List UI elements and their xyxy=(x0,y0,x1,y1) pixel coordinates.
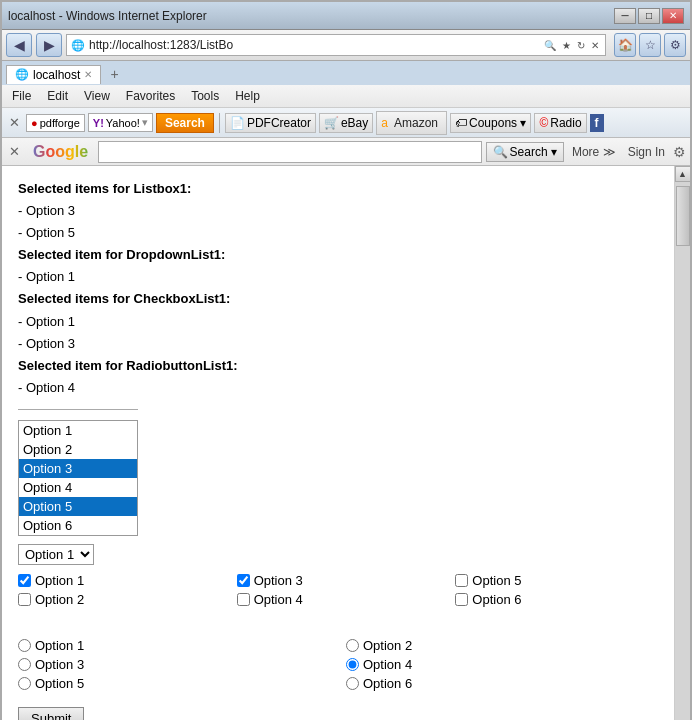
radio-item-4[interactable]: Option 4 xyxy=(346,657,658,672)
pdfforge-button[interactable]: ● pdfforge xyxy=(26,114,85,132)
radio-item-5[interactable]: Option 5 xyxy=(18,676,330,691)
browser-window: localhost - Windows Internet Explorer ─ … xyxy=(0,0,692,720)
content-area: Selected items for Listbox1: - Option 3 … xyxy=(2,166,690,720)
tab-close-icon[interactable]: ✕ xyxy=(84,69,92,80)
forward-button[interactable]: ▶ xyxy=(36,33,62,57)
pdfc-button[interactable]: 📄 PDFCreator xyxy=(225,113,316,133)
toolbar-row-1: ✕ ● pdfforge Y! Yahoo! ▾ Search 📄 PDFCre… xyxy=(2,108,690,138)
google-gear-icon[interactable]: ⚙ xyxy=(673,144,686,160)
checkbox-input-4[interactable] xyxy=(237,593,250,606)
home-button[interactable]: 🏠 xyxy=(614,33,636,57)
addr-fav-icon[interactable]: ★ xyxy=(560,40,573,51)
scrollbar[interactable]: ▲ ▼ xyxy=(674,166,690,720)
listbox-item-4[interactable]: Option 4 xyxy=(19,478,137,497)
addr-stop-icon[interactable]: ✕ xyxy=(589,40,601,51)
checkbox-item-5[interactable]: Option 5 xyxy=(455,573,658,588)
listbox1[interactable]: Option 1 Option 2 Option 3 Option 4 Opti… xyxy=(18,420,138,536)
menu-help[interactable]: Help xyxy=(231,87,264,105)
amazon-label: Amazon xyxy=(390,114,442,132)
radio-item-1[interactable]: Option 1 xyxy=(18,638,330,653)
google-search-label: Search ▾ xyxy=(510,145,557,159)
back-button[interactable]: ◀ xyxy=(6,33,32,57)
checkbox-input-3[interactable] xyxy=(237,574,250,587)
menu-file[interactable]: File xyxy=(8,87,35,105)
listbox-item-5[interactable]: Option 5 xyxy=(19,497,137,516)
pdfc-label: PDFCreator xyxy=(247,116,311,130)
google-more-button[interactable]: More ≫ xyxy=(568,143,620,161)
toolbar2-close-icon[interactable]: ✕ xyxy=(6,144,23,159)
new-tab-button[interactable]: + xyxy=(103,63,125,85)
checkbox-item-6[interactable]: Option 6 xyxy=(455,592,658,607)
radio1-result: - Option 4 xyxy=(18,377,658,399)
google-search-input[interactable] xyxy=(98,141,481,163)
window-controls: ─ □ ✕ xyxy=(614,8,684,24)
checkbox-input-5[interactable] xyxy=(455,574,468,587)
submit-button[interactable]: Submit xyxy=(18,707,84,720)
checkbox1-result-1: - Option 1 xyxy=(18,311,658,333)
addr-search-icon[interactable]: 🔍 xyxy=(542,40,558,51)
radio-item-3[interactable]: Option 3 xyxy=(18,657,330,672)
listbox-item-6[interactable]: Option 6 xyxy=(19,516,137,535)
scroll-track[interactable] xyxy=(675,182,690,720)
dropdown1-header: Selected item for DropdownList1: xyxy=(18,244,658,266)
pdfforge-icon: ● xyxy=(31,117,38,129)
checkbox-input-6[interactable] xyxy=(455,593,468,606)
maximize-button[interactable]: □ xyxy=(638,8,660,24)
scroll-thumb[interactable] xyxy=(676,186,690,246)
listbox-item-3[interactable]: Option 3 xyxy=(19,459,137,478)
radio-input-5[interactable] xyxy=(18,677,31,690)
menu-edit[interactable]: Edit xyxy=(43,87,72,105)
checkbox-item-2[interactable]: Option 2 xyxy=(18,592,221,607)
coupons-button[interactable]: 🏷 Coupons ▾ xyxy=(450,113,531,133)
checkbox-item-4[interactable]: Option 4 xyxy=(237,592,440,607)
radio-input-1[interactable] xyxy=(18,639,31,652)
dropdown-row: Option 1 Option 2 Option 3 Option 4 Opti… xyxy=(18,544,658,565)
radio-input-6[interactable] xyxy=(346,677,359,690)
google-logo: Google xyxy=(27,143,94,161)
addr-refresh-icon[interactable]: ↻ xyxy=(575,40,587,51)
close-button[interactable]: ✕ xyxy=(662,8,684,24)
radio-item-6[interactable]: Option 6 xyxy=(346,676,658,691)
back-icon: ◀ xyxy=(14,37,25,53)
ebay-icon: 🛒 xyxy=(324,116,339,130)
checkbox-input-2[interactable] xyxy=(18,593,31,606)
forward-icon: ▶ xyxy=(44,37,55,53)
menu-tools[interactable]: Tools xyxy=(187,87,223,105)
page-content: Selected items for Listbox1: - Option 3 … xyxy=(2,166,674,720)
active-tab[interactable]: 🌐 localhost ✕ xyxy=(6,65,101,84)
dropdown1[interactable]: Option 1 Option 2 Option 3 Option 4 Opti… xyxy=(18,544,94,565)
coupons-icon: 🏷 xyxy=(455,116,467,130)
radio-input-2[interactable] xyxy=(346,639,359,652)
address-bar[interactable]: 🌐 http://localhost:1283/ListBo 🔍 ★ ↻ ✕ xyxy=(66,34,606,56)
menu-favorites[interactable]: Favorites xyxy=(122,87,179,105)
favorites-button[interactable]: ☆ xyxy=(639,33,661,57)
nav-bar: ◀ ▶ 🌐 http://localhost:1283/ListBo 🔍 ★ ↻… xyxy=(2,30,690,61)
amazon-button[interactable]: a Amazon xyxy=(376,111,447,135)
checkbox-input-1[interactable] xyxy=(18,574,31,587)
radio-input-4[interactable] xyxy=(346,658,359,671)
listbox-item-1[interactable]: Option 1 xyxy=(19,421,137,440)
menu-view[interactable]: View xyxy=(80,87,114,105)
checkbox-item-1[interactable]: Option 1 xyxy=(18,573,221,588)
google-signin-button[interactable]: Sign In xyxy=(624,143,669,161)
listbox-item-2[interactable]: Option 2 xyxy=(19,440,137,459)
radio-input-3[interactable] xyxy=(18,658,31,671)
ebay-button[interactable]: 🛒 eBay xyxy=(319,113,373,133)
minimize-button[interactable]: ─ xyxy=(614,8,636,24)
facebook-button[interactable]: f xyxy=(590,114,604,132)
yahoo-search-button[interactable]: Search xyxy=(156,113,214,133)
yahoo-button[interactable]: Y! Yahoo! ▾ xyxy=(88,113,153,132)
pdfc-icon: 📄 xyxy=(230,116,245,130)
checkbox-item-3[interactable]: Option 3 xyxy=(237,573,440,588)
google-search-button[interactable]: 🔍 Search ▾ xyxy=(486,142,564,162)
radio-grid: Option 1 Option 2 Option 3 Option 4 Opti… xyxy=(18,638,658,691)
checkbox1-header: Selected items for CheckboxList1: xyxy=(18,288,658,310)
radio-item-2[interactable]: Option 2 xyxy=(346,638,658,653)
google-toolbar: ✕ Google 🔍 Search ▾ More ≫ Sign In ⚙ xyxy=(2,138,690,166)
scroll-up-arrow[interactable]: ▲ xyxy=(675,166,691,182)
radio-button[interactable]: © Radio xyxy=(534,113,586,133)
toolbar1-close-icon[interactable]: ✕ xyxy=(6,115,23,130)
pdfforge-label: pdfforge xyxy=(40,117,80,129)
listbox1-result-2: - Option 5 xyxy=(18,222,658,244)
tools-button[interactable]: ⚙ xyxy=(664,33,686,57)
